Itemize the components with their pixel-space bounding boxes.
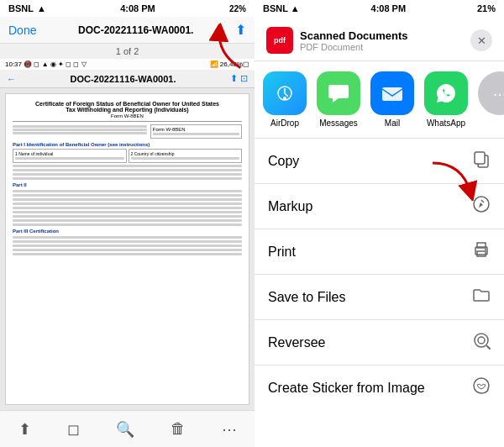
- doc-title-left: DOC-20221116-WA0001.: [36, 24, 235, 36]
- svg-rect-2: [382, 87, 402, 101]
- bottom-bar-left: ⬆ ◻ 🔍 🗑 ⋯: [0, 410, 255, 447]
- share-sheet: pdf Scanned Documents PDF Document ✕: [255, 17, 504, 447]
- svg-point-9: [485, 249, 486, 250]
- print-icon: [472, 240, 491, 263]
- carrier-wifi-left: BSNL ▲: [8, 3, 46, 13]
- apps-row: AirDrop Messages Mail: [255, 61, 504, 139]
- page-count: 1 of 2: [0, 44, 255, 59]
- pdf-preview: Certificate of Foreign Status of Benefic…: [0, 88, 255, 410]
- wifi-left: ▲: [37, 3, 46, 13]
- inner-doc-title: DOC-20221116-WA0001.: [16, 74, 230, 84]
- action-list: Copy Markup: [255, 139, 504, 447]
- copy-action[interactable]: Copy: [255, 139, 504, 184]
- markup-label: Markup: [268, 199, 312, 214]
- share-title-text: Scanned Documents PDF Document: [300, 29, 408, 52]
- svg-point-1: [283, 97, 286, 100]
- markup-icon: [472, 195, 491, 218]
- whatsapp-app[interactable]: WhatsApp: [424, 71, 468, 128]
- inner-status: 10:37 📵 ◻ ▲ ◉ ✦ ◻ ◻ ▽ 📶 26,48%▢: [0, 59, 255, 70]
- carrier-left: BSNL: [8, 3, 34, 13]
- time-left: 4:08 PM: [120, 3, 155, 13]
- search-bottom-icon[interactable]: 🔍: [116, 420, 134, 439]
- reversee-action[interactable]: Reversee: [255, 320, 504, 365]
- status-bar-left: BSNL ▲ 4:08 PM 22%: [0, 0, 255, 17]
- pdf-section-cert: Part III Certification: [13, 229, 242, 234]
- share-bottom-icon[interactable]: ⬆: [18, 420, 31, 439]
- markup-action[interactable]: Markup: [255, 184, 504, 229]
- mail-app[interactable]: Mail: [370, 71, 414, 128]
- save-to-files-label: Save to Files: [268, 290, 345, 305]
- share-button-left[interactable]: ⬆: [235, 22, 246, 38]
- top-bar-left: Done DOC-20221116-WA0001. ⬆: [0, 17, 255, 44]
- messages-label: Messages: [319, 118, 358, 128]
- create-sticker-label: Create Sticker from Image: [268, 381, 425, 396]
- pdf-form-row: Form W-8BEN: [13, 124, 242, 139]
- create-sticker-action[interactable]: Create Sticker from Image: [255, 365, 504, 410]
- copy-icon: [472, 150, 491, 172]
- pdf-header: Certificate of Foreign Status of Benefic…: [13, 101, 242, 122]
- carrier-right: BSNL: [263, 3, 288, 13]
- wifi-right: ▲: [291, 3, 300, 13]
- battery-left: 22%: [229, 4, 246, 13]
- print-action[interactable]: Print: [255, 229, 504, 275]
- share-sheet-doc-title: Scanned Documents: [300, 29, 408, 42]
- airdrop-label: AirDrop: [270, 118, 299, 128]
- more-bottom-icon[interactable]: ⋯: [222, 420, 237, 439]
- whatsapp-icon: [424, 71, 468, 115]
- done-button[interactable]: Done: [8, 24, 36, 37]
- svg-point-11: [478, 337, 485, 344]
- delete-icon[interactable]: 🗑: [171, 420, 186, 438]
- svg-line-12: [487, 346, 490, 349]
- bookmark-icon[interactable]: ◻: [67, 420, 80, 439]
- print-label: Print: [268, 245, 296, 260]
- mail-label: Mail: [385, 118, 400, 128]
- pdf-page: Certificate of Foreign Status of Benefic…: [5, 93, 249, 405]
- airdrop-icon: [263, 71, 307, 115]
- reversee-icon: [472, 331, 491, 354]
- left-panel: BSNL ▲ 4:08 PM 22% Done DOC-20221116-WA0…: [0, 0, 255, 447]
- svg-rect-8: [477, 251, 486, 256]
- pdf-section-2: Part II: [13, 182, 242, 187]
- sticker-icon: [472, 376, 491, 399]
- folder-icon: [472, 286, 491, 308]
- reversee-label: Reversee: [268, 335, 325, 350]
- whatsapp-label: WhatsApp: [427, 118, 465, 128]
- pdf-fields: 1 Name of individual 2 Country of citize…: [13, 149, 242, 163]
- mail-icon: [370, 71, 414, 115]
- inner-top-bar: ← DOC-20221116-WA0001. ⬆ ⊡: [0, 70, 255, 88]
- status-bar-right: BSNL ▲ 4:08 PM 21%: [255, 0, 504, 17]
- svg-rect-4: [475, 152, 485, 164]
- airdrop-app[interactable]: AirDrop: [263, 71, 307, 128]
- right-panel: BSNL ▲ 4:08 PM 21% pdf Scanned Documents…: [255, 0, 504, 447]
- more-apps-icon: ···: [478, 71, 504, 115]
- copy-label: Copy: [268, 154, 299, 169]
- time-right: 4:08 PM: [371, 3, 407, 13]
- pdf-doc-icon: pdf: [266, 27, 293, 54]
- share-sheet-header: pdf Scanned Documents PDF Document ✕: [255, 17, 504, 61]
- messages-app[interactable]: Messages: [317, 71, 360, 128]
- share-sheet-subtitle: PDF Document: [300, 42, 408, 52]
- messages-icon: [317, 71, 360, 115]
- share-sheet-title-block: pdf Scanned Documents PDF Document: [266, 27, 408, 54]
- svg-point-10: [475, 334, 488, 347]
- pdf-section-1: Part I Identification of Beneficial Owne…: [13, 142, 242, 147]
- save-to-files-action[interactable]: Save to Files: [255, 275, 504, 320]
- more-app[interactable]: ···: [478, 71, 504, 128]
- close-share-button[interactable]: ✕: [470, 29, 492, 51]
